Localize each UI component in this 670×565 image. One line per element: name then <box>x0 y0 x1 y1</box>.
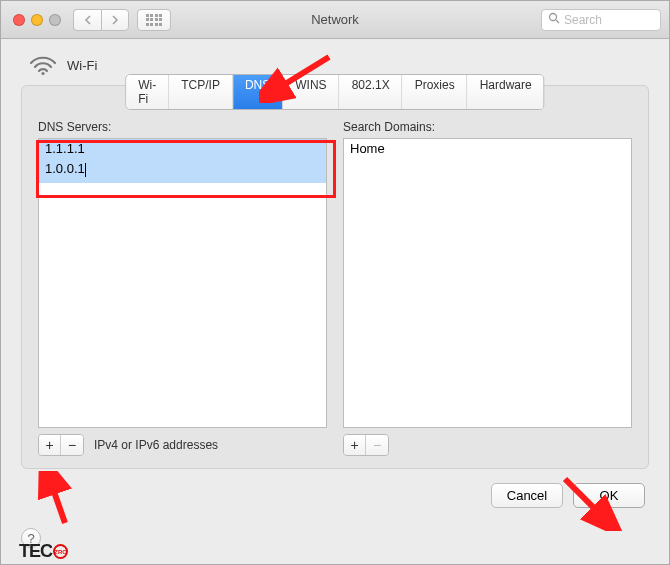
cancel-button[interactable]: Cancel <box>491 483 563 508</box>
dns-servers-label: DNS Servers: <box>38 120 327 134</box>
add-domain-button[interactable]: + <box>344 435 366 455</box>
tab-tcpip[interactable]: TCP/IP <box>169 75 233 109</box>
lists-row: 1.1.1.11.0.0.1 + − IPv4 or IPv6 addresse… <box>38 138 632 456</box>
add-dns-button[interactable]: + <box>39 435 61 455</box>
watermark-logo: TECZRC <box>19 541 69 562</box>
watermark-circle: ZRC <box>53 544 68 559</box>
search-domains-column: Home + − <box>343 138 632 456</box>
forward-button[interactable] <box>101 9 129 31</box>
close-window-button[interactable] <box>13 14 25 26</box>
titlebar: Network Search <box>1 1 669 39</box>
remove-dns-button[interactable]: − <box>61 435 83 455</box>
tab-bar: Wi-FiTCP/IPDNSWINS802.1XProxiesHardware <box>125 74 544 110</box>
svg-line-1 <box>556 20 559 23</box>
search-domains-label: Search Domains: <box>343 120 632 134</box>
search-placeholder: Search <box>564 13 602 27</box>
tab-hardware[interactable]: Hardware <box>468 75 544 109</box>
search-domains-list[interactable]: Home <box>343 138 632 428</box>
dns-server-row[interactable]: 1.0.0.1 <box>39 159 326 179</box>
search-icon <box>548 12 560 27</box>
remove-domain-button[interactable]: − <box>366 435 388 455</box>
dns-add-remove: + − <box>38 434 84 456</box>
dns-servers-column: 1.1.1.11.0.0.1 + − IPv4 or IPv6 addresse… <box>38 138 327 456</box>
tab-wifi[interactable]: Wi-Fi <box>126 75 169 109</box>
wifi-icon <box>29 51 57 79</box>
search-input[interactable]: Search <box>541 9 661 31</box>
watermark-text1: TEC <box>19 541 52 562</box>
content-area: Wi-Fi Wi-FiTCP/IPDNSWINS802.1XProxiesHar… <box>1 39 669 518</box>
dns-footnote: IPv4 or IPv6 addresses <box>94 438 218 452</box>
tab-proxies[interactable]: Proxies <box>403 75 468 109</box>
tab-dns[interactable]: DNS <box>233 75 283 109</box>
svg-point-2 <box>41 72 44 75</box>
zoom-window-button <box>49 14 61 26</box>
dialog-buttons: Cancel OK <box>21 483 645 508</box>
show-all-button[interactable] <box>137 9 171 31</box>
domain-add-remove: + − <box>343 434 389 456</box>
window-title: Network <box>311 12 359 27</box>
search-domain-row[interactable]: Home <box>344 139 631 159</box>
column-labels: DNS Servers: Search Domains: <box>38 120 632 134</box>
tab-8021x[interactable]: 802.1X <box>340 75 403 109</box>
settings-panel: Wi-FiTCP/IPDNSWINS802.1XProxiesHardware … <box>21 85 649 469</box>
dns-servers-list[interactable]: 1.1.1.11.0.0.1 <box>38 138 327 428</box>
connection-name: Wi-Fi <box>67 58 97 73</box>
back-button[interactable] <box>73 9 101 31</box>
dns-list-footer: + − IPv4 or IPv6 addresses <box>38 434 327 456</box>
ok-button[interactable]: OK <box>573 483 645 508</box>
grid-icon <box>146 14 163 26</box>
dns-server-row[interactable]: 1.1.1.1 <box>39 139 326 159</box>
svg-point-0 <box>550 14 557 21</box>
nav-buttons <box>73 9 129 31</box>
dns-server-row-empty[interactable] <box>39 179 326 183</box>
domain-list-footer: + − <box>343 434 632 456</box>
tab-wins[interactable]: WINS <box>283 75 339 109</box>
window-controls <box>13 14 61 26</box>
minimize-window-button[interactable] <box>31 14 43 26</box>
